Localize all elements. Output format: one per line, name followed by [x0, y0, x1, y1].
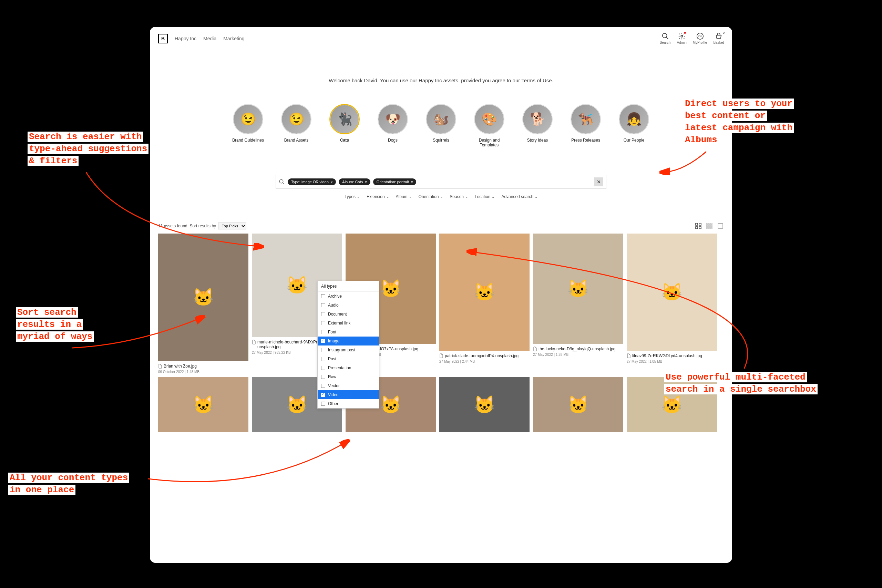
annotation-sort: Sort searchresults in amyriad of ways	[16, 307, 94, 343]
annotation-search: Search is easier withtype-ahead suggesti…	[28, 131, 148, 167]
annotation-albums: Direct users to yourbest content orlates…	[684, 98, 794, 146]
annotation-content-types: All your content typesin one place	[8, 472, 129, 496]
annotation-multifacet: Use powerful multi-facetedsearch in a si…	[664, 371, 818, 396]
annotation-arrows	[0, 0, 882, 588]
